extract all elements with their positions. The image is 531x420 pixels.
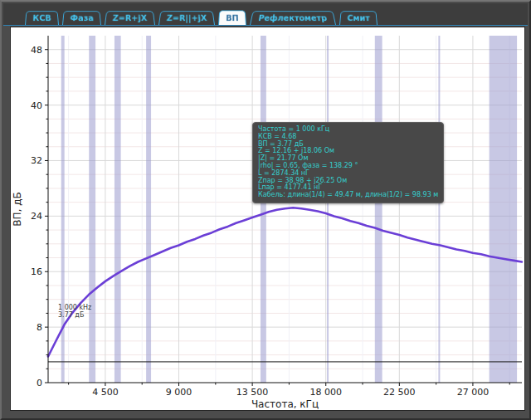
chart-panel: 4 5009 00013 50018 00022 50027 000081624… (10, 27, 525, 411)
band-region (114, 36, 121, 383)
band-region (146, 36, 151, 383)
y-tick-label: 32 (31, 155, 42, 166)
tooltip-line: Кабель: длина(1/4) = 49.47 м, длина(1/2)… (258, 192, 438, 199)
band-region (261, 36, 266, 383)
cursor-annotation-db: 3.77 дБ (58, 311, 91, 319)
band-region (490, 36, 517, 383)
tab-Z=R||+jX[interactable]: Z=R||+jX (158, 11, 215, 25)
x-tick-label: 27 000 (457, 387, 490, 398)
x-axis-title: Частота, кГц (251, 398, 319, 410)
y-tick-label: 0 (37, 378, 42, 388)
cursor-annotation: 1 000 kHz 3.77 дБ (58, 304, 91, 319)
tab-ВП[interactable]: ВП (218, 10, 246, 25)
tab-Фаза[interactable]: Фаза (62, 11, 101, 25)
y-tick-label: 48 (31, 45, 42, 56)
y-tick-label: 24 (31, 211, 42, 222)
y-tick-label: 8 (37, 322, 42, 333)
x-tick-label: 4 500 (92, 387, 119, 398)
cursor-tooltip: Частота = 1 000 кГцКСВ = 4.68ВП = 3.77 д… (252, 122, 444, 203)
band-region (438, 36, 440, 383)
x-tick-label: 9 000 (166, 387, 192, 398)
y-tick-label: 16 (31, 266, 42, 277)
tab-Рефлектометр[interactable]: Рефлектометр (250, 11, 336, 25)
tab-Z=R+jX[interactable]: Z=R+jX (105, 11, 155, 25)
x-tick-label: 18 000 (309, 387, 342, 398)
y-tick-label: 40 (31, 100, 42, 111)
tab-КСВ[interactable]: КСВ (25, 11, 59, 25)
tab-Смит[interactable]: Смит (339, 11, 378, 25)
cursor-annotation-freq: 1 000 kHz (58, 304, 91, 311)
app-window: КСВФазаZ=R+jXZ=R||+jXВПРефлектометрСмит … (0, 0, 531, 420)
y-axis-title: ВП, дБ (12, 192, 23, 226)
chart-svg[interactable]: 4 5009 00013 50018 00022 50027 000081624… (11, 27, 524, 410)
x-tick-label: 22 500 (383, 387, 416, 398)
tab-bar: КСВФазаZ=R+jXZ=R||+jXВПРефлектометрСмит (3, 3, 528, 26)
band-region (327, 36, 329, 383)
band-region (375, 36, 382, 383)
x-tick-label: 13 500 (236, 387, 269, 398)
band-region (89, 36, 95, 383)
